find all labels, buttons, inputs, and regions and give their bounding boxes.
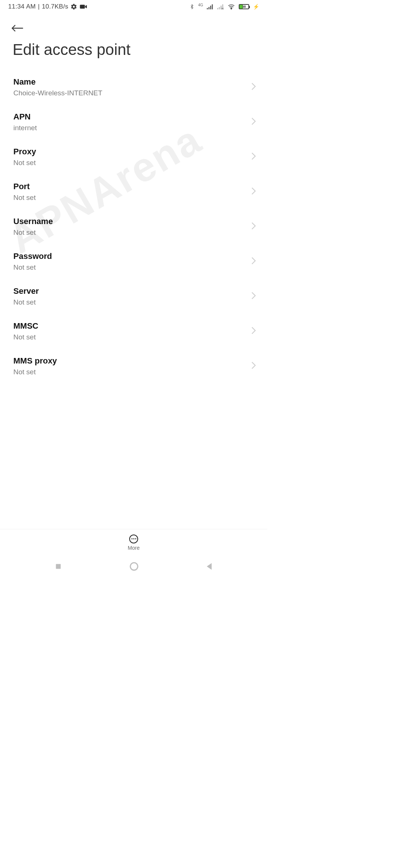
- battery-icon: 38: [239, 4, 249, 9]
- field-row-password[interactable]: Password Not set: [0, 244, 267, 279]
- field-row-name[interactable]: Name Choice-Wireless-INTERNET: [0, 70, 267, 105]
- more-caption: More: [128, 545, 140, 551]
- arrow-back-icon: [11, 24, 23, 33]
- field-label: Password: [13, 251, 246, 261]
- status-separator: |: [38, 3, 39, 10]
- settings-list: Name Choice-Wireless-INTERNET APN intern…: [0, 64, 267, 384]
- chevron-right-icon: [251, 222, 256, 231]
- back-button[interactable]: [8, 19, 26, 37]
- chevron-right-icon: [251, 326, 256, 336]
- field-value: Not set: [13, 228, 246, 237]
- gear-icon: [71, 3, 77, 10]
- svg-rect-0: [80, 5, 85, 9]
- battery-percent: 38: [239, 5, 248, 9]
- field-label: Port: [13, 182, 246, 191]
- svg-rect-2: [209, 7, 210, 9]
- page-title: Edit access point: [10, 37, 257, 61]
- field-row-port[interactable]: Port Not set: [0, 174, 267, 209]
- status-right: 4G 38 ⚡: [189, 3, 259, 10]
- svg-rect-6: [219, 7, 220, 9]
- field-label: Server: [13, 286, 246, 296]
- field-label: MMS proxy: [13, 356, 246, 366]
- field-label: Proxy: [13, 147, 246, 157]
- system-nav-bar: [0, 556, 267, 579]
- field-row-mmsc[interactable]: MMSC Not set: [0, 314, 267, 349]
- field-value: internet: [13, 124, 246, 132]
- chevron-right-icon: [251, 152, 256, 162]
- status-bar: 11:34 AM | 10.7KB/s 4G 38 ⚡: [0, 0, 267, 13]
- status-left: 11:34 AM | 10.7KB/s: [8, 3, 88, 10]
- status-net-speed: 10.7KB/s: [42, 3, 68, 10]
- svg-rect-3: [210, 6, 211, 9]
- nav-back-icon[interactable]: [206, 562, 213, 572]
- network-type-label: 4G: [198, 3, 203, 7]
- charging-bolt-icon: ⚡: [253, 4, 259, 10]
- field-value: Not set: [13, 368, 246, 376]
- signal-bars-icon: [207, 4, 213, 10]
- field-value: Not set: [13, 159, 246, 167]
- field-value: Choice-Wireless-INTERNET: [13, 89, 246, 97]
- recent-apps-icon[interactable]: [54, 562, 62, 572]
- svg-rect-4: [212, 4, 213, 10]
- field-label: Name: [13, 77, 246, 87]
- svg-rect-13: [56, 564, 61, 569]
- svg-rect-1: [207, 8, 208, 10]
- signal-bars-x-icon: [217, 4, 224, 10]
- field-label: APN: [13, 112, 246, 122]
- bluetooth-icon: [189, 3, 195, 10]
- field-value: Not set: [13, 194, 246, 202]
- wifi-icon: [228, 4, 235, 10]
- home-icon[interactable]: [129, 562, 139, 573]
- svg-rect-7: [221, 6, 222, 9]
- svg-rect-5: [217, 8, 218, 10]
- chevron-right-icon: [251, 292, 256, 301]
- more-button[interactable]: More: [128, 535, 140, 551]
- field-label: MMSC: [13, 321, 246, 331]
- chevron-right-icon: [251, 257, 256, 266]
- more-icon: [129, 535, 138, 543]
- chevron-right-icon: [251, 187, 256, 197]
- field-row-username[interactable]: Username Not set: [0, 209, 267, 244]
- field-value: Not set: [13, 263, 246, 272]
- videocam-icon: [79, 4, 88, 10]
- svg-point-11: [231, 8, 232, 9]
- field-value: Not set: [13, 298, 246, 306]
- chevron-right-icon: [251, 361, 256, 371]
- field-value: Not set: [13, 333, 246, 341]
- status-time: 11:34 AM: [8, 3, 36, 10]
- field-row-mms-proxy[interactable]: MMS proxy Not set: [0, 349, 267, 384]
- field-row-proxy[interactable]: Proxy Not set: [0, 139, 267, 174]
- field-row-apn[interactable]: APN internet: [0, 105, 267, 139]
- field-row-server[interactable]: Server Not set: [0, 279, 267, 314]
- svg-point-14: [130, 563, 138, 570]
- svg-marker-15: [207, 563, 212, 570]
- app-bar: Edit access point: [0, 13, 267, 64]
- chevron-right-icon: [251, 82, 256, 92]
- field-label: Username: [13, 217, 246, 226]
- chevron-right-icon: [251, 117, 256, 127]
- bottom-toolbar: More: [0, 529, 267, 556]
